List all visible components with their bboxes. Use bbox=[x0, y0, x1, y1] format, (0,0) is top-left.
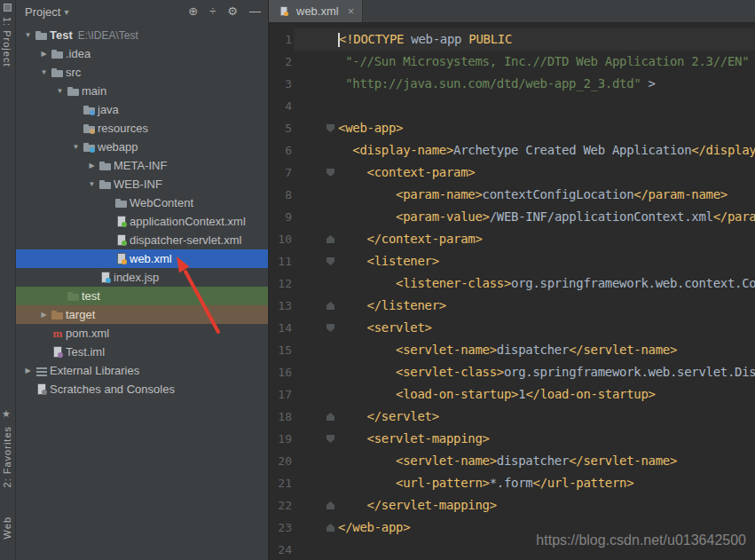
code-text[interactable]: <servlet-mapping> bbox=[338, 428, 755, 450]
line-number: 2 bbox=[269, 51, 294, 73]
chevron-right-icon[interactable]: ▶ bbox=[21, 367, 35, 375]
chevron-down-icon[interactable]: ▼ bbox=[69, 143, 83, 151]
code-line: 7 <context-param> bbox=[269, 162, 755, 184]
folder-icon bbox=[51, 66, 65, 80]
line-number: 10 bbox=[269, 228, 294, 250]
code-text[interactable]: <param-name>contextConfigLocation</param… bbox=[338, 184, 755, 206]
code-text[interactable]: <load-on-startup>1</load-on-startup> bbox=[338, 383, 755, 406]
stripe-item-favorites[interactable]: 2: Favorites bbox=[2, 426, 12, 487]
chevron-right-icon[interactable]: ▶ bbox=[37, 50, 51, 58]
stripe-item-web[interactable]: Web bbox=[2, 517, 12, 539]
tree-item-java[interactable]: java bbox=[16, 100, 268, 119]
line-number: 4 bbox=[269, 95, 294, 117]
tree-item-webcontent[interactable]: WebContent bbox=[16, 193, 268, 212]
code-line: 16 <servlet-class>org.springframework.we… bbox=[269, 361, 755, 383]
tree-item-external-libraries[interactable]: ▶External Libraries bbox=[16, 361, 268, 380]
settings-gear-icon[interactable]: ⚙ bbox=[227, 0, 238, 23]
tree-item-meta-inf[interactable]: ▶META-INF bbox=[16, 156, 268, 175]
code-text[interactable]: "-//Sun Microsystems, Inc.//DTD Web Appl… bbox=[338, 51, 755, 73]
collapse-all-icon[interactable]: ÷ bbox=[209, 0, 216, 23]
tree-item-src[interactable]: ▼src bbox=[16, 63, 268, 82]
tree-item-main[interactable]: ▼main bbox=[16, 82, 268, 100]
chevron-right-icon[interactable]: ▶ bbox=[85, 162, 98, 170]
tree-item-path: E:\IDEA\Test bbox=[78, 29, 138, 42]
fold-marker-icon[interactable] bbox=[326, 435, 334, 443]
project-dropdown[interactable]: Project ▾ bbox=[25, 5, 69, 19]
code-text[interactable] bbox=[338, 95, 755, 117]
code-text[interactable]: </context-param> bbox=[338, 228, 755, 250]
chevron-down-icon[interactable]: ▼ bbox=[37, 68, 51, 76]
chevron-down-icon: ▾ bbox=[64, 7, 68, 17]
fold-marker-icon[interactable] bbox=[326, 169, 334, 177]
line-number: 6 bbox=[269, 139, 294, 162]
code-text[interactable]: <!DOCTYPE web-app PUBLIC bbox=[338, 28, 755, 51]
tab-web-xml[interactable]: web.xml × bbox=[269, 0, 363, 22]
fold-marker-icon[interactable] bbox=[326, 524, 334, 532]
tree-item-test[interactable]: test bbox=[16, 287, 268, 305]
close-icon[interactable]: × bbox=[348, 4, 355, 18]
code-text[interactable]: <listener-class>org.springframework.web.… bbox=[338, 272, 755, 295]
tree-item--idea[interactable]: ▶.idea bbox=[16, 44, 268, 63]
code-text[interactable]: "http://java.sun.com/dtd/web-app_2_3.dtd… bbox=[338, 73, 755, 95]
fold-marker-icon[interactable] bbox=[326, 124, 334, 132]
watermark-text: https://blog.csdn.net/u013642500 bbox=[536, 532, 746, 548]
line-number: 7 bbox=[269, 162, 294, 184]
code-text[interactable]: <param-value>/WEB-INF/applicationContext… bbox=[338, 206, 755, 228]
tree-item-web-inf[interactable]: ▼WEB-INF bbox=[16, 175, 268, 193]
tree-item-applicationcontext-xml[interactable]: applicationContext.xml bbox=[16, 212, 268, 231]
line-number: 1 bbox=[269, 28, 294, 51]
code-text[interactable]: <display-name>Archetype Created Web Appl… bbox=[338, 139, 755, 162]
tree-item-pom-xml[interactable]: mpom.xml bbox=[16, 324, 268, 343]
code-text[interactable]: <servlet-name>dispatcher</servlet-name> bbox=[338, 339, 755, 361]
tree-item-dispatcher-servlet-xml[interactable]: dispatcher-servlet.xml bbox=[16, 231, 268, 249]
code-text[interactable]: <servlet-name>dispatcher</servlet-name> bbox=[338, 450, 755, 472]
chevron-down-icon[interactable]: ▼ bbox=[53, 87, 67, 95]
tree-item-scratches-and-consoles[interactable]: Scratches and Consoles bbox=[16, 380, 268, 398]
code-line: 19 <servlet-mapping> bbox=[269, 428, 755, 450]
line-number: 13 bbox=[269, 295, 294, 317]
tree-item-test[interactable]: ▼TestE:\IDEA\Test bbox=[16, 26, 268, 44]
stripe-item-project[interactable]: 1: Project bbox=[2, 17, 12, 67]
chevron-down-icon[interactable]: ▼ bbox=[85, 180, 98, 188]
folder-icon bbox=[98, 159, 113, 173]
tree-item-label: webapp bbox=[98, 140, 138, 154]
project-panel-header: Project ▾ ⊕÷⚙— bbox=[16, 0, 268, 23]
locate-icon[interactable]: ⊕ bbox=[188, 0, 198, 23]
project-panel: Project ▾ ⊕÷⚙— ▼TestE:\IDEA\Test▶.idea▼s… bbox=[16, 0, 268, 560]
tree-item-label: pom.xml bbox=[66, 327, 109, 340]
fold-marker-icon[interactable] bbox=[326, 324, 334, 332]
chevron-right-icon[interactable]: ▶ bbox=[37, 311, 51, 319]
chevron-down-icon[interactable]: ▼ bbox=[21, 31, 35, 39]
tree-item-test-iml[interactable]: Test.iml bbox=[16, 343, 268, 361]
code-text[interactable]: <url-pattern>*.form</url-pattern> bbox=[338, 472, 755, 494]
line-number: 20 bbox=[269, 450, 294, 472]
line-number: 23 bbox=[269, 517, 294, 539]
code-text[interactable]: </listener> bbox=[338, 295, 755, 317]
tree-item-web-xml[interactable]: web.xml bbox=[16, 249, 268, 268]
code-text[interactable]: </servlet> bbox=[338, 406, 755, 428]
code-text[interactable]: <servlet-class>org.springframework.web.s… bbox=[338, 361, 755, 383]
fold-marker-icon[interactable] bbox=[326, 501, 334, 509]
code-line: 6 <display-name>Archetype Created Web Ap… bbox=[269, 139, 755, 162]
code-text[interactable]: <context-param> bbox=[338, 162, 755, 184]
fold-marker-icon[interactable] bbox=[326, 302, 334, 310]
code-text[interactable]: </servlet-mapping> bbox=[338, 494, 755, 517]
code-text[interactable]: <servlet> bbox=[338, 317, 755, 339]
code-line: 17 <load-on-startup>1</load-on-startup> bbox=[269, 383, 755, 406]
tree-item-target[interactable]: ▶target bbox=[16, 305, 268, 324]
fold-marker-icon[interactable] bbox=[326, 257, 334, 265]
xml-file-icon bbox=[114, 252, 129, 266]
code-text[interactable]: <web-app> bbox=[338, 117, 755, 139]
tree-item-label: Test.iml bbox=[66, 345, 105, 359]
tree-item-webapp[interactable]: ▼webapp bbox=[16, 138, 268, 156]
fold-marker-icon[interactable] bbox=[326, 413, 334, 421]
tree-item-label: index.jsp bbox=[114, 271, 159, 284]
code-line: 15 <servlet-name>dispatcher</servlet-nam… bbox=[269, 339, 755, 361]
tree-item-label: web.xml bbox=[130, 252, 172, 265]
tree-item-index-jsp[interactable]: index.jsp bbox=[16, 268, 268, 287]
hide-panel-icon[interactable]: — bbox=[249, 0, 261, 23]
line-number: 22 bbox=[269, 494, 294, 517]
code-text[interactable]: <listener> bbox=[338, 250, 755, 272]
tree-item-resources[interactable]: resources bbox=[16, 119, 268, 138]
fold-marker-icon[interactable] bbox=[326, 235, 334, 243]
